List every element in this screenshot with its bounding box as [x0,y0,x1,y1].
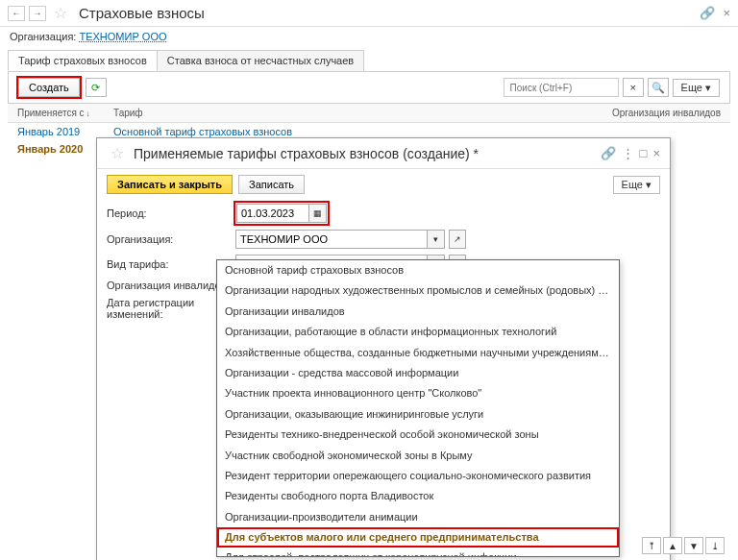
dropdown-item[interactable]: Организации - средства массовой информац… [217,363,619,383]
dropdown-item[interactable]: Организации, работающие в области информ… [217,322,619,342]
save-button[interactable]: Записать [238,175,305,194]
search-input[interactable] [504,78,619,97]
chevron-down-icon[interactable]: ▾ [428,230,445,249]
col-date[interactable]: Применяется с↓ [17,108,113,118]
dropdown-item[interactable]: Организации-производители анимации [217,507,619,527]
dropdown-item[interactable]: Для субъектов малого или среднего предпр… [217,527,619,548]
period-input[interactable] [236,204,309,223]
period-input-wrap: ▦ [235,203,328,224]
dropdown-item[interactable]: Участник проекта инновационного центр "С… [217,383,619,403]
tabs: Тариф страховых взносов Ставка взноса от… [8,50,730,72]
help-icon[interactable]: × [723,6,730,20]
more-button[interactable]: Еще ▾ [673,79,720,97]
tarif-dropdown[interactable]: Основной тариф страховых взносовОрганиза… [216,259,620,557]
chevron-down-icon: ▾ [646,179,652,191]
clear-search-icon[interactable]: × [623,78,644,97]
star-icon[interactable]: ☆ [54,4,67,22]
dropdown-item[interactable]: Организации народных художественных пром… [217,280,619,301]
page-title: Страховые взносы [79,5,205,21]
period-label: Период: [107,207,232,219]
inv-field-label: Организация инвалидов: [107,280,232,291]
modal-more-button[interactable]: Еще ▾ [613,176,660,194]
scroll-top-icon[interactable]: ⤒ [642,537,661,554]
dropdown-item[interactable]: Резидент территории опережающего социаль… [217,466,619,486]
scroll-up-icon[interactable]: ▲ [663,537,682,554]
org-label: Организация: [10,31,76,42]
modal-window-icon[interactable]: □ [640,146,648,160]
col-tarif[interactable]: Тариф [113,108,567,118]
nav-fwd[interactable]: → [29,6,46,21]
dropdown-item[interactable]: Основной тариф страховых взносов [217,260,619,280]
save-close-button[interactable]: Записать и закрыть [107,175,233,194]
nav-back[interactable]: ← [8,6,25,21]
chevron-down-icon: ▾ [705,82,711,94]
org-field-label: Организация: [107,233,232,245]
modal-star-icon[interactable]: ☆ [111,144,124,162]
tab-accident[interactable]: Ставка взноса от несчастных случаев [157,50,364,71]
dropdown-item[interactable]: Организации инвалидов [217,302,619,322]
close-icon[interactable]: × [652,146,660,160]
dropdown-item[interactable]: Резиденты технико-внедренческой особой э… [217,425,619,445]
dropdown-item[interactable]: Хозяйственные общества, созданные бюджет… [217,343,619,363]
tarif-field-label: Вид тарифа: [107,258,232,270]
scroll-bottom-icon[interactable]: ⤓ [705,537,725,554]
modal-title: Применяемые тарифы страховых взносов (со… [134,146,595,161]
sort-asc-icon: ↓ [86,110,90,118]
create-button[interactable]: Создать [18,78,80,97]
search-icon[interactable]: 🔍 [648,78,669,97]
dropdown-item[interactable]: Резиденты свободного порта Владивосток [217,486,619,506]
modal-more-icon[interactable]: ⋮ [622,146,634,160]
dropdown-item[interactable]: Организации, оказывающие инжиниринговые … [217,404,619,425]
dropdown-item[interactable]: Участник свободной экономической зоны в … [217,446,619,466]
org-link[interactable]: ТЕХНОМИР ООО [79,31,166,42]
scroll-down-icon[interactable]: ▼ [684,537,703,554]
org-input[interactable] [235,230,428,249]
modal-link-icon[interactable]: 🔗 [601,146,616,160]
open-icon[interactable]: ↗ [449,230,466,249]
refresh-icon[interactable]: ⟳ [86,78,107,97]
calendar-icon[interactable]: ▦ [309,204,327,223]
dropdown-item[interactable]: Для отраслей, пострадавших от коронавиру… [217,548,619,557]
col-org[interactable]: Организация инвалидов [567,108,721,118]
tab-tarif[interactable]: Тариф страховых взносов [8,50,158,71]
link-icon[interactable]: 🔗 [700,6,715,20]
reg-field-label: Дата регистрации изменений: [107,297,232,320]
